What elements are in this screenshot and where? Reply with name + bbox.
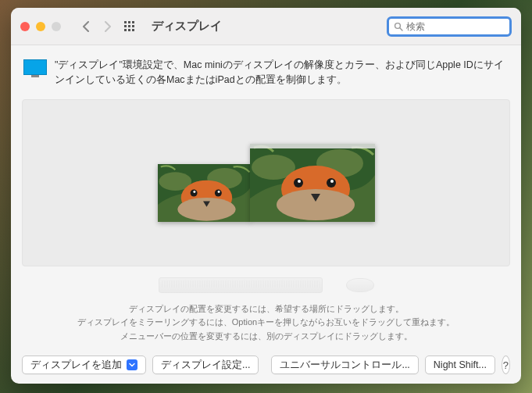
toolbar-nav [77, 17, 139, 36]
universal-control-label: ユニバーサルコントロール... [280, 359, 409, 372]
night-shift-label: Night Shift... [434, 359, 487, 370]
svg-point-18 [298, 180, 301, 183]
add-display-label: ディスプレイを追加 [30, 359, 122, 372]
forward-button[interactable] [98, 17, 117, 36]
help-label: ? [503, 359, 509, 371]
search-wrap [387, 16, 512, 37]
night-shift-button[interactable]: Night Shift... [425, 355, 495, 374]
svg-point-9 [193, 191, 195, 193]
mouse-icon [346, 278, 374, 292]
search-input[interactable] [406, 21, 505, 32]
universal-control-button[interactable]: ユニバーサルコントロール... [271, 355, 418, 374]
arrangement-hints: ディスプレイの配置を変更するには、希望する場所にドラッグします。 ディスプレイを… [22, 302, 510, 344]
show-all-button[interactable] [120, 17, 139, 36]
chevron-down-icon [127, 359, 137, 370]
monitor-icon [23, 59, 47, 77]
display-settings-label: ディスプレイ設定... [161, 359, 250, 372]
window-controls [20, 22, 61, 31]
hint-line-2: ディスプレイをミラーリングするには、Optionキーを押しながらお互いをドラッグ… [22, 316, 510, 330]
svg-point-16 [294, 178, 303, 188]
back-button[interactable] [77, 17, 95, 36]
window-body: "ディスプレイ"環境設定で、Mac miniのディスプレイの解像度とカラー、およ… [11, 45, 521, 384]
menubar-indicator[interactable] [250, 144, 375, 148]
wallpaper-bird-icon [250, 144, 375, 222]
hint-line-1: ディスプレイの配置を変更するには、希望する場所にドラッグします。 [22, 302, 510, 316]
window-title: ディスプレイ [152, 19, 222, 34]
add-display-button[interactable]: ディスプレイを追加 [22, 355, 146, 374]
preferences-window: ディスプレイ "ディスプレイ"環境設定で、Mac miniのディスプレイの解像度… [11, 8, 521, 384]
display-2[interactable] [250, 144, 375, 222]
svg-point-8 [214, 189, 221, 196]
info-row: "ディスプレイ"環境設定で、Mac miniのディスプレイの解像度とカラー、およ… [22, 56, 510, 93]
peripherals-row [22, 277, 510, 293]
minimize-button[interactable] [36, 22, 45, 31]
search-field[interactable] [387, 16, 512, 37]
svg-point-19 [330, 180, 334, 183]
svg-point-10 [217, 191, 220, 193]
search-icon [394, 22, 403, 31]
svg-point-17 [327, 178, 336, 188]
hint-line-3: メニューバーの位置を変更するには、別のディスプレイにドラッグします。 [22, 330, 510, 344]
display-settings-button[interactable]: ディスプレイ設定... [152, 355, 259, 374]
wallpaper-bird-icon [158, 164, 251, 222]
svg-point-7 [190, 189, 197, 196]
titlebar: ディスプレイ [11, 8, 521, 45]
display-arrangement [158, 144, 375, 222]
footer-controls: ディスプレイを追加 ディスプレイ設定... ユニバーサルコントロール... Ni… [22, 352, 510, 374]
grid-icon [124, 21, 135, 32]
keyboard-icon [159, 277, 323, 293]
display-1[interactable] [158, 164, 251, 222]
zoom-button[interactable] [52, 22, 61, 31]
svg-line-1 [400, 27, 402, 30]
help-button[interactable]: ? [502, 355, 510, 374]
arrangement-panel [22, 99, 510, 266]
info-text: "ディスプレイ"環境設定で、Mac miniのディスプレイの解像度とカラー、およ… [55, 58, 509, 88]
close-button[interactable] [20, 22, 30, 31]
